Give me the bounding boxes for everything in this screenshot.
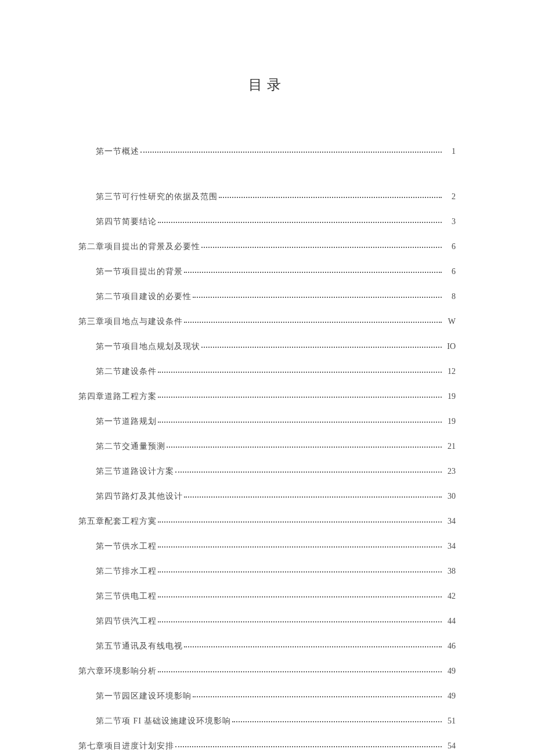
toc-leader-dots [158, 621, 442, 622]
toc-entry: 第二节项目建设的必要性8 [78, 291, 456, 302]
toc-leader-dots [175, 471, 442, 473]
toc-label: 第六章环境影响分析 [78, 666, 157, 676]
toc-entry: 第一节园区建设环境影响49 [78, 691, 456, 701]
toc-entry: 第六章环境影响分析 49 [78, 666, 456, 676]
toc-entry: 第四节供汽工程44 [78, 616, 456, 627]
toc-entry: 第四节路灯及其他设计30 [78, 491, 456, 502]
toc-entry: 第五节通讯及有线电视46 [78, 641, 456, 651]
toc-page-number: 49 [444, 667, 456, 676]
toc-entry: 第三节供电工程 42 [78, 591, 456, 602]
toc-leader-dots [219, 197, 442, 198]
toc-label: 第一节概述 [96, 146, 139, 157]
toc-label: 第二节项 FI 基础设施建设环境影响 [96, 716, 231, 726]
toc-page-number: 46 [444, 642, 456, 651]
toc-leader-dots [175, 746, 442, 747]
toc-label: 第三章项目地点与建设条件 [78, 316, 183, 327]
toc-leader-dots [167, 447, 442, 448]
toc-entry: 第三节道路设计方案23 [78, 466, 456, 477]
toc-leader-dots [158, 546, 442, 548]
toc-leader-dots [140, 152, 442, 153]
toc-leader-dots [158, 397, 442, 398]
toc-leader-dots [193, 696, 442, 697]
toc-label: 第四节路灯及其他设计 [96, 491, 183, 502]
toc-page-number: IO [444, 342, 456, 351]
toc-entry: 第一节供水工程34 [78, 541, 456, 552]
toc-leader-dots [184, 272, 442, 273]
toc-label: 第三节供电工程 [96, 591, 157, 602]
toc-page-number: 19 [444, 417, 456, 426]
toc-label: 第二章项目提出的背景及必要性 [78, 242, 200, 252]
toc-page-number: 30 [444, 492, 456, 501]
toc-page-number: 38 [444, 567, 456, 576]
toc-page-number: 44 [444, 617, 456, 626]
toc-label: 第三节道路设计方案 [96, 466, 174, 477]
toc-label: 第四章道路工程方案 [78, 391, 157, 402]
toc-entry: 第一节项目提出的背景6 [78, 267, 456, 277]
toc-label: 第一节道路规划 [96, 416, 157, 427]
toc-entry: 第一节道路规划19 [78, 416, 456, 427]
toc-entry: 第三章项目地点与建设条件 W [78, 316, 456, 327]
toc-entry: 第二章项目提出的背景及必要性 6 [78, 242, 456, 252]
toc-page-number: W [444, 317, 456, 326]
toc-label: 第二节交通量预测 [96, 441, 165, 452]
toc-entry: 第二节交通量预测21 [78, 441, 456, 452]
toc-entry: 第三节可行性研究的依据及范围2 [78, 192, 456, 202]
toc-label: 第一节项目地点规划及现状 [96, 341, 200, 352]
toc-label: 第二节排水工程 [96, 566, 157, 577]
toc-label: 第一节园区建设环境影响 [96, 691, 192, 701]
toc-leader-dots [158, 222, 442, 223]
toc-page-number: 49 [444, 692, 456, 701]
toc-page-number: 12 [444, 367, 456, 376]
toc-leader-dots [201, 247, 442, 248]
toc-entry: 第二节建设条件12 [78, 366, 456, 377]
toc-entry: 第七章项目进度计划安排 54 [78, 741, 456, 751]
toc-leader-dots [184, 646, 442, 647]
toc-label: 第三节可行性研究的依据及范围 [96, 192, 218, 202]
toc-leader-dots [184, 322, 442, 323]
toc-page-number: 54 [444, 741, 456, 751]
toc-page-number: 3 [444, 217, 456, 226]
toc-leader-dots [158, 596, 442, 597]
toc-leader-dots [201, 347, 442, 348]
toc-leader-dots [158, 571, 442, 573]
toc-page-number: 34 [444, 542, 456, 551]
toc-entry: 第四章道路工程方案 19 [78, 391, 456, 402]
toc-entry: 第四节简要结论3 [78, 217, 456, 227]
toc-label: 第五节通讯及有线电视 [96, 641, 183, 651]
toc-leader-dots [158, 372, 442, 373]
toc-container: 第一节概述1第三节可行性研究的依据及范围2第四节简要结论3第二章项目提出的背景及… [78, 146, 456, 751]
toc-page-number: 21 [444, 442, 456, 451]
toc-page-number: 19 [444, 392, 456, 401]
toc-entry: 第二节排水工程38 [78, 566, 456, 577]
toc-page-number: 42 [444, 592, 456, 601]
page-title: 目录 [78, 75, 456, 94]
toc-page-number: 8 [444, 292, 456, 301]
toc-leader-dots [158, 671, 442, 672]
toc-label: 第一节供水工程 [96, 541, 157, 552]
toc-entry: 第二节项 FI 基础设施建设环境影响 51 [78, 716, 456, 726]
toc-leader-dots [184, 496, 442, 498]
toc-page-number: 6 [444, 267, 456, 276]
toc-label: 第二节建设条件 [96, 366, 157, 377]
toc-page-number: 34 [444, 517, 456, 526]
toc-leader-dots [158, 521, 442, 523]
toc-entry: 第一节项目地点规划及现状IO [78, 341, 456, 352]
toc-page-number: 2 [444, 192, 456, 201]
toc-entry: 第五章配套工程方寞 34 [78, 516, 456, 527]
toc-label: 第一节项目提出的背景 [96, 267, 183, 277]
toc-page-number: 23 [444, 467, 456, 476]
toc-page-number: 1 [444, 147, 456, 156]
toc-label: 第四节供汽工程 [96, 616, 157, 627]
toc-label: 第七章项目进度计划安排 [78, 741, 174, 751]
toc-leader-dots [193, 297, 442, 298]
toc-label: 第五章配套工程方寞 [78, 516, 157, 527]
toc-leader-dots [158, 422, 442, 423]
toc-page-number: 6 [444, 242, 456, 251]
toc-leader-dots [232, 721, 442, 722]
toc-label: 第二节项目建设的必要性 [96, 291, 192, 302]
toc-label: 第四节简要结论 [96, 217, 157, 227]
toc-entry: 第一节概述1 [78, 146, 456, 157]
toc-page-number: 51 [444, 717, 456, 726]
